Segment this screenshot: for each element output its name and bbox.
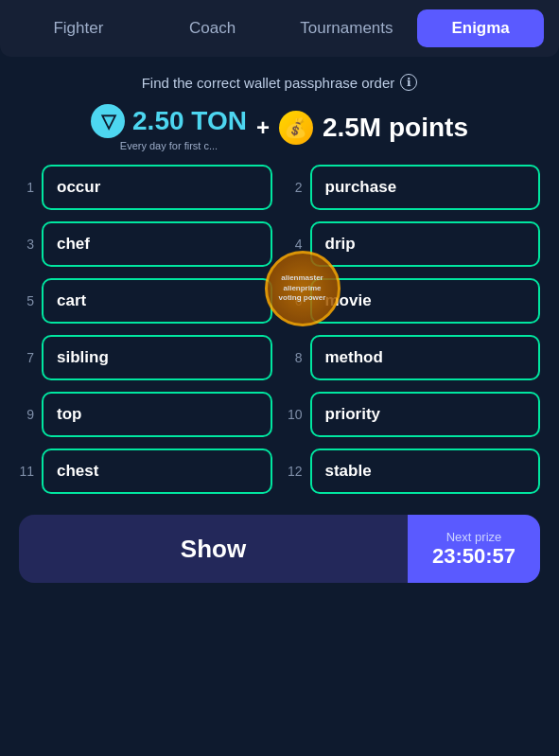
- reward-row: ▽ 2.50 TON Every day for first c... + 💰 …: [91, 104, 468, 151]
- word-box[interactable]: stable: [310, 448, 541, 494]
- word-cell: 8method: [288, 335, 541, 380]
- timer: 23:50:57: [432, 544, 515, 569]
- word-cell: 3chef: [19, 221, 272, 267]
- word-cell: 11chest: [19, 448, 272, 494]
- show-section[interactable]: Show: [19, 515, 408, 583]
- word-number: 7: [19, 350, 34, 365]
- show-button[interactable]: Show Next prize 23:50:57: [19, 515, 540, 583]
- tab-enigma[interactable]: Enigma: [417, 9, 544, 47]
- tab-navigation: Fighter Coach Tournaments Enigma: [0, 0, 559, 57]
- description-text: Find the correct wallet passphrase order: [142, 75, 395, 91]
- word-number: 9: [19, 407, 34, 422]
- word-number: 11: [19, 464, 34, 479]
- word-number: 4: [288, 237, 303, 252]
- word-number: 3: [19, 237, 34, 252]
- tab-coach[interactable]: Coach: [149, 9, 276, 47]
- word-cell: 12stable: [288, 448, 541, 494]
- ton-icon: ▽: [91, 104, 125, 138]
- word-box[interactable]: chest: [42, 448, 272, 494]
- watermark-text: alienmasteralienprimevoting power: [279, 273, 326, 303]
- ton-block: ▽ 2.50 TON Every day for first c...: [91, 104, 247, 151]
- word-grid: 1occur2purchase3chef4drip5cart6movie7sib…: [19, 165, 540, 494]
- word-box[interactable]: priority: [310, 392, 541, 437]
- word-cell: 9top: [19, 392, 272, 437]
- word-number: 12: [288, 464, 303, 479]
- word-box[interactable]: purchase: [310, 165, 541, 210]
- next-prize-label: Next prize: [446, 530, 502, 544]
- prize-section: Next prize 23:50:57: [408, 515, 540, 583]
- show-label: Show: [181, 535, 246, 564]
- word-number: 8: [288, 350, 303, 365]
- points-text: 2.5M points: [323, 113, 468, 143]
- word-number: 5: [19, 293, 34, 308]
- ton-amount: 2.50 TON: [132, 106, 247, 136]
- word-box[interactable]: cart: [42, 278, 272, 324]
- word-number: 1: [19, 180, 34, 195]
- description-row: Find the correct wallet passphrase order…: [142, 74, 418, 91]
- word-cell: 7sibling: [19, 335, 272, 380]
- word-number: 10: [288, 407, 303, 422]
- word-number: 2: [288, 180, 303, 195]
- plus-sign: +: [256, 114, 270, 141]
- word-box[interactable]: top: [42, 392, 272, 437]
- word-cell: 10priority: [288, 392, 541, 437]
- word-box[interactable]: method: [310, 335, 541, 380]
- reward-container: ▽ 2.50 TON Every day for first c... + 💰 …: [19, 104, 540, 151]
- daily-note: Every day for first c...: [120, 140, 218, 151]
- main-content: Find the correct wallet passphrase order…: [0, 57, 559, 602]
- tab-tournaments[interactable]: Tournaments: [284, 9, 411, 47]
- word-box[interactable]: drip: [310, 221, 541, 267]
- watermark: alienmasteralienprimevoting power: [265, 251, 341, 326]
- coin-icon: 💰: [279, 111, 313, 145]
- word-box[interactable]: chef: [42, 221, 272, 267]
- word-cell: 1occur: [19, 165, 272, 210]
- word-box[interactable]: occur: [42, 165, 272, 210]
- word-box[interactable]: movie: [310, 278, 541, 324]
- word-cell: 2purchase: [288, 165, 541, 210]
- info-icon[interactable]: ℹ: [400, 74, 417, 91]
- word-box[interactable]: sibling: [42, 335, 272, 380]
- word-cell: 5cart: [19, 278, 272, 324]
- ton-inner: ▽ 2.50 TON: [91, 104, 247, 138]
- tab-fighter[interactable]: Fighter: [15, 9, 142, 47]
